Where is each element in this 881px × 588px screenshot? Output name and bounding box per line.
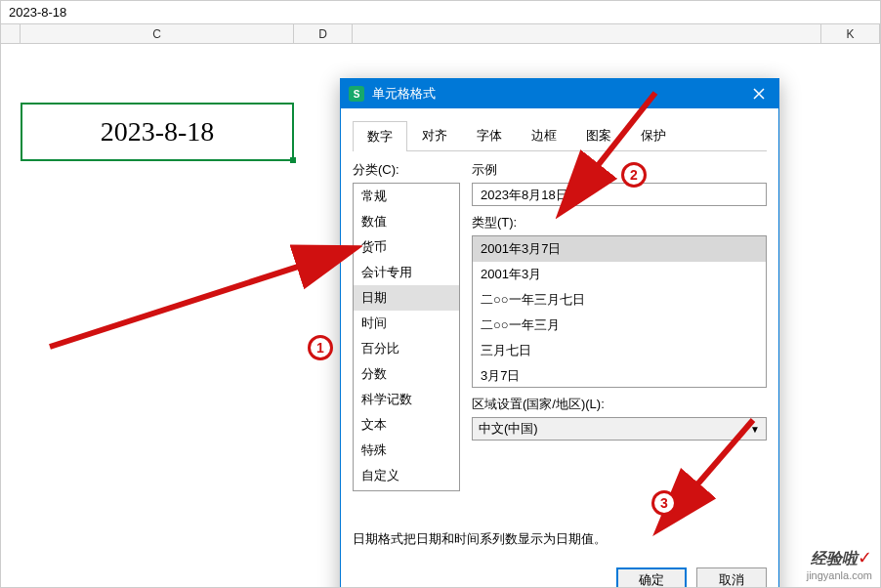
col-header-hidden <box>353 24 821 43</box>
watermark-url: jingyanla.com <box>807 569 872 581</box>
type-item[interactable]: 二○○一年三月七日 <box>473 287 766 313</box>
category-item[interactable]: 常规 <box>354 184 459 209</box>
category-list[interactable]: 常规 数值 货币 会计专用 日期 时间 百分比 分数 科学记数 文本 特殊 自定… <box>353 183 460 491</box>
arrow-2 <box>548 83 665 220</box>
type-item[interactable]: 二○○一年三月 <box>473 313 766 338</box>
type-item[interactable]: 三月七日 <box>473 338 766 363</box>
category-item[interactable]: 会计专用 <box>354 260 459 285</box>
cancel-button[interactable]: 取消 <box>696 567 767 588</box>
row-header-spacer <box>1 24 21 43</box>
category-item[interactable]: 百分比 <box>354 336 459 361</box>
category-item[interactable]: 文本 <box>354 412 459 438</box>
locale-value: 中文(中国) <box>479 420 538 438</box>
category-item[interactable]: 科学记数 <box>354 387 459 412</box>
category-label: 分类(C): <box>353 161 460 179</box>
formula-bar <box>1 1 880 24</box>
svg-line-1 <box>563 93 655 210</box>
type-item[interactable]: 2001年3月 <box>473 262 766 287</box>
app-icon: S <box>349 86 364 102</box>
tab-align[interactable]: 对齐 <box>407 120 462 150</box>
formula-input[interactable] <box>9 5 872 20</box>
category-item[interactable]: 时间 <box>354 311 459 336</box>
tab-font[interactable]: 字体 <box>462 120 517 150</box>
col-header-k[interactable]: K <box>821 24 880 43</box>
annotation-3: 3 <box>651 490 677 516</box>
type-item[interactable]: 2001年3月7日 <box>473 236 766 262</box>
col-header-d[interactable]: D <box>294 24 353 43</box>
category-item[interactable]: 特殊 <box>354 438 459 463</box>
category-item-date[interactable]: 日期 <box>354 285 459 311</box>
category-item[interactable]: 数值 <box>354 209 459 234</box>
type-item[interactable]: 3月7日 <box>473 363 766 388</box>
category-item[interactable]: 分数 <box>354 361 459 387</box>
svg-line-2 <box>660 420 753 527</box>
watermark-brand: 经验啦 <box>811 550 858 567</box>
category-item[interactable]: 自定义 <box>354 463 459 488</box>
close-icon <box>753 88 765 100</box>
spreadsheet-area[interactable]: 2023-8-18 S 单元格格式 数字 对齐 字体 边框 图案 保护 分类(C… <box>1 44 880 588</box>
watermark: 经验啦✓ jingyanla.com <box>807 547 872 581</box>
check-icon: ✓ <box>858 548 872 567</box>
selected-cell[interactable]: 2023-8-18 <box>21 103 294 161</box>
tab-number[interactable]: 数字 <box>353 121 407 151</box>
column-headers: C D K <box>1 24 880 44</box>
type-list[interactable]: 2001年3月7日 2001年3月 二○○一年三月七日 二○○一年三月 三月七日… <box>472 235 767 388</box>
col-header-c[interactable]: C <box>21 24 294 43</box>
annotation-2: 2 <box>621 162 647 188</box>
arrow-3 <box>646 410 763 537</box>
ok-button[interactable]: 确定 <box>616 567 687 588</box>
close-button[interactable] <box>747 82 771 105</box>
annotation-1: 1 <box>308 335 333 360</box>
svg-line-0 <box>50 249 353 347</box>
category-item[interactable]: 货币 <box>354 234 459 260</box>
